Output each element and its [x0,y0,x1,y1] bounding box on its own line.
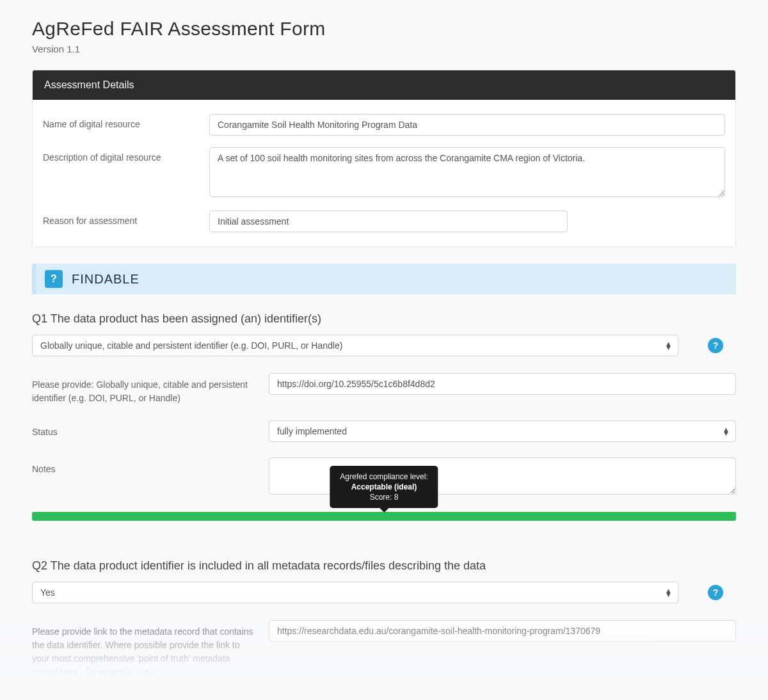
assessment-details-header: Assessment Details [33,70,735,100]
tooltip-line1: Agrefed compliance level: [340,472,428,481]
description-label: Description of digital resource [43,147,209,163]
reason-label: Reason for assessment [43,211,209,226]
q2-provide-label: Please provide link to the metadata reco… [32,620,256,679]
name-input[interactable] [209,114,725,136]
q1-notes-label: Notes [32,457,256,476]
help-icon[interactable]: ? [45,270,63,288]
q1-help-icon[interactable]: ? [708,338,723,353]
q2-select[interactable]: Yes [32,582,678,603]
name-label: Name of digital resource [43,114,209,129]
q2-question: Q2 The data product identifier is includ… [32,559,736,573]
q1-progress-wrap: Agrefed compliance level: Acceptable (id… [32,512,736,521]
compliance-tooltip: Agrefed compliance level: Acceptable (id… [330,466,438,508]
q1-status-label: Status [32,420,256,439]
q1-provide-label: Please provide: Globally unique, citable… [32,373,256,405]
tooltip-line3: Score: 8 [340,493,428,502]
reason-input[interactable] [209,211,568,232]
version-label: Version 1.1 [32,44,736,54]
description-textarea[interactable]: A set of 100 soil health monitoring site… [209,147,725,197]
q1-question: Q1 The data product has been assigned (a… [32,312,736,326]
q1-status-select[interactable]: fully implemented [269,420,736,442]
q1-provide-input[interactable] [269,373,736,395]
q2-provide-input[interactable] [269,620,736,642]
tooltip-line2: Acceptable (ideal) [340,482,428,491]
findable-title: FINDABLE [72,272,140,287]
page-title: AgReFed FAIR Assessment Form [32,18,736,40]
q2-help-icon[interactable]: ? [708,585,723,600]
assessment-details-body: Name of digital resource Description of … [33,100,735,246]
q1-identifier-select[interactable]: Globally unique, citable and persistent … [32,335,678,356]
assessment-details-card: Assessment Details Name of digital resou… [32,70,736,247]
findable-banner: ? FINDABLE [32,264,736,294]
